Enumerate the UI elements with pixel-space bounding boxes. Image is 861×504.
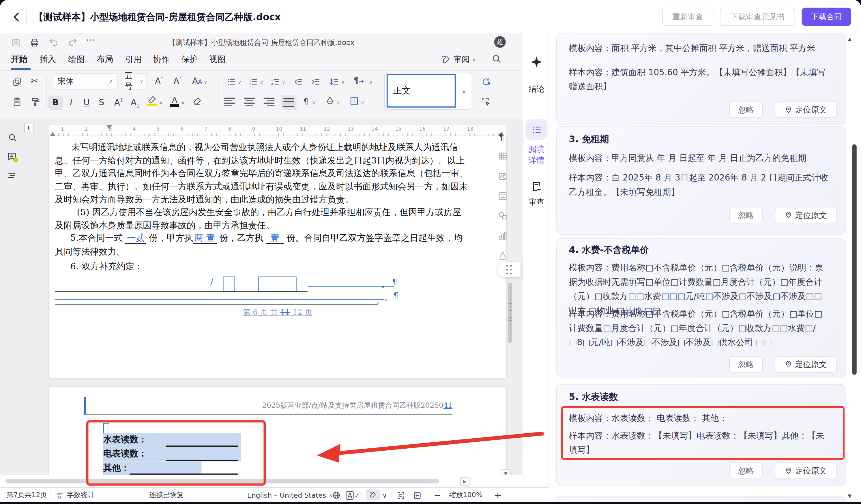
doc-text-line-tracked[interactable]: 6.-双方补充约定： [55,261,502,273]
chevron-down-icon[interactable]: ∨ [181,100,185,105]
doc-text-line[interactable]: (5) 因乙方使用不当在该房屋内发生安全事故的，由乙方自行处理并承担相应责任，但… [55,207,502,218]
doc-text-line[interactable]: 及时知会对方而导致另一方无法及时通知的，由此造成的损失由过错方负责。 [55,194,502,206]
increase-indent-button[interactable] [311,77,320,86]
download-report-button[interactable]: 下载审查意见书 [720,8,795,26]
word-count-button[interactable]: 12 字数统计 [56,488,94,503]
tab-insert[interactable]: 插入 [40,51,56,68]
find-in-doc-button[interactable] [7,132,18,143]
panel-scroll-up-arrow[interactable]: ▲ [848,36,851,42]
chevron-down-icon[interactable]: ∨ [361,100,365,105]
ignore-button[interactable]: 忽略 [729,207,763,223]
clear-format-button[interactable] [192,97,202,107]
copy-button[interactable] [12,77,22,86]
doc-text-line-tracked[interactable]: 5.本合同一式 一贰 份，甲方执两 壹 份，乙方执 壹 份。合同自甲乙双方签字盖… [55,233,502,244]
download-contract-button[interactable]: 下载合同 [802,8,851,26]
tab-layout[interactable]: 布局 [97,51,113,68]
doc-text-line[interactable]: 息。任何一方给付对方的通知、函件等，在到达该方地址时生效（快递发出之日起3日内视… [55,155,502,167]
outline-button[interactable] [6,171,17,181]
save-button[interactable] [11,38,21,47]
reset-style-button[interactable] [481,77,491,86]
bold-button[interactable]: B [48,95,62,110]
redo-button[interactable] [67,37,78,48]
align-right-button[interactable] [263,98,274,106]
locate-source-button[interactable]: 定位原文 [775,356,837,373]
change-case-button[interactable]: AA ∨ [192,76,207,86]
italic-button[interactable]: I [69,98,72,108]
panel-scrollbar[interactable] [852,144,857,375]
ignore-button[interactable]: 忽略 [729,462,763,479]
doc-text-line[interactable]: 未写明通讯地址或联系信息的，视为公司营业执照法人或个人身份证上载明的地址及联系人… [55,142,502,154]
toolbar-drag-handle[interactable] [497,262,520,277]
more-actions-button[interactable]: ⋯ [86,34,94,45]
chevron-down-icon[interactable]: ∨ [337,100,341,105]
review-mode-button[interactable]: 审阅 ∨ [441,54,476,65]
underline-button[interactable]: U [83,98,90,108]
fullscreen-button[interactable] [396,488,405,503]
nav-conclusion[interactable]: 结论 [523,55,550,79]
highlight-color-button[interactable] [147,95,157,106]
zoom-in-button[interactable]: + [494,488,502,503]
ignore-button[interactable]: 忽略 [729,356,763,373]
avatar[interactable]: 超 [494,36,506,48]
font-name-select[interactable]: 宋体 ∨ [53,73,118,89]
tab-draw[interactable]: 绘图 [68,51,84,68]
language-selector[interactable]: English – United States∨ [247,488,333,503]
chevron-down-icon[interactable]: ∨ [159,100,163,105]
justify-button[interactable] [281,95,296,110]
spellcheck-button[interactable]: A✓ [346,488,360,503]
zoom-level[interactable]: 缩放100% [449,488,483,503]
edit-mode-chevron[interactable]: ∨ [382,488,387,503]
document-page-6[interactable]: 未写明通讯地址或联系信息的，视为公司营业执照法人或个人身份证上载明的地址及联系人… [49,136,506,378]
font-size-select[interactable]: 五号 ∨ [121,73,147,89]
chevron-down-icon[interactable]: ∨ [260,80,263,85]
format-painter-button[interactable] [31,97,41,107]
align-left-button[interactable] [224,98,235,106]
nav-review[interactable]: 审查 [523,181,550,203]
undo-button[interactable] [48,37,59,48]
locate-source-button[interactable]: 定位原文 [775,462,837,479]
tab-collaborate[interactable]: 协作 [153,51,170,68]
strikethrough-button[interactable]: S [99,98,105,108]
style-dropdown-chevron[interactable]: ∨ [462,88,466,95]
cut-button[interactable]: ✂ [31,76,38,86]
tab-references[interactable]: 引用 [125,51,142,68]
numbered-list-button[interactable]: 12 [248,77,258,86]
insert-shapes-button[interactable] [497,211,508,221]
selection-tool-button[interactable] [481,97,491,107]
borders-button[interactable] [349,96,359,106]
tab-stop-selector[interactable]: L [24,123,33,132]
font-color-button[interactable]: A [170,95,179,107]
superscript-button[interactable]: A1 [114,98,123,108]
tab-home[interactable]: 开始 [11,51,27,68]
page-indicator[interactable]: 第7页共12页 [6,488,47,503]
line-spacing-button[interactable] [329,77,339,86]
bullet-list-button[interactable] [226,77,236,86]
insert-wordart-button[interactable] [497,250,508,261]
hscroll-right-button[interactable]: ▶ [460,477,469,486]
decrease-indent-button[interactable] [293,77,303,86]
decrease-font-button[interactable]: Aˇ [174,76,182,86]
re-review-button[interactable]: 重新审查 [662,8,713,26]
show-marks-button[interactable]: ¶ [498,132,504,142]
paragraph-direction-button[interactable]: ¶→ [354,76,364,86]
shading-button[interactable] [325,96,335,106]
paragraph-mark-button[interactable]: ¶ [303,97,308,107]
ignore-button[interactable]: 忽略 [729,101,763,118]
doc-text-line[interactable]: 甲、乙双方通讯信息同时作为本合同在双方签章完毕后的寄递联系信息及司法送达的联系信… [55,168,502,179]
multilevel-list-button[interactable]: 1A [270,77,280,86]
doc-text-line[interactable]: 及附属设施本身质量原因导致事故的，由甲方承担责任。 [55,220,502,232]
insert-textbox-button[interactable] [497,191,508,201]
align-center-button[interactable] [244,98,255,106]
insert-table-button[interactable] [497,151,508,161]
tab-view[interactable]: 视图 [209,51,226,68]
insert-chart-button[interactable] [497,230,508,241]
translate-button[interactable] [331,488,341,503]
ruler[interactable]: 123456789101112131415161718 [49,125,506,136]
chevron-down-icon[interactable]: ∨ [238,80,242,85]
chevron-down-icon[interactable]: ∨ [369,80,373,85]
chevron-down-icon[interactable]: ∨ [312,100,316,105]
left-indent-marker[interactable] [50,132,55,136]
back-button[interactable] [9,9,24,25]
locate-source-button[interactable]: 定位原文 [775,207,837,223]
style-picker[interactable]: 正文 ∨ [384,72,472,110]
